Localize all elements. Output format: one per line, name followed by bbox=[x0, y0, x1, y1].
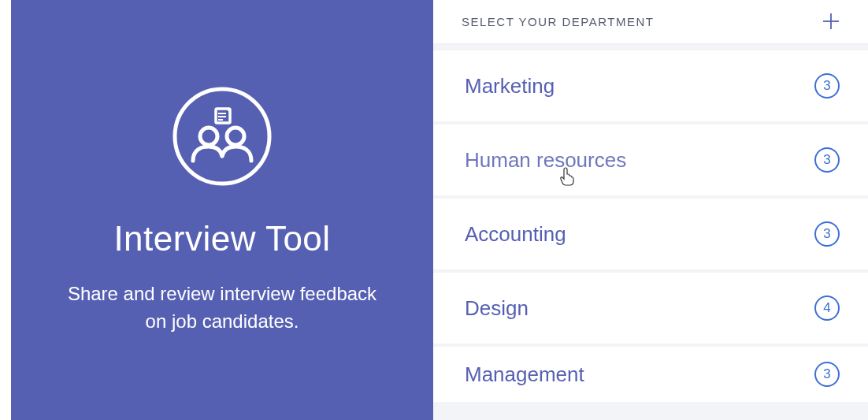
department-count-badge: 3 bbox=[814, 362, 840, 387]
department-list: Marketing 3 Human resources 3 Accounting… bbox=[433, 44, 868, 420]
department-name: Management bbox=[465, 362, 584, 387]
svg-point-5 bbox=[200, 128, 217, 145]
department-row-management[interactable]: Management 3 bbox=[433, 347, 868, 402]
department-count-badge: 3 bbox=[814, 73, 840, 98]
left-panel-inner: Interview Tool Share and review intervie… bbox=[11, 0, 433, 420]
app-subtitle: Share and review interview feedback on j… bbox=[57, 281, 388, 336]
department-name: Marketing bbox=[465, 74, 555, 98]
svg-point-0 bbox=[175, 89, 269, 184]
plus-icon bbox=[822, 13, 840, 30]
department-header: SELECT YOUR DEPARTMENT bbox=[433, 0, 868, 44]
department-name: Human resources bbox=[465, 148, 626, 173]
department-header-label: SELECT YOUR DEPARTMENT bbox=[462, 15, 654, 28]
department-row-design[interactable]: Design 4 bbox=[433, 273, 868, 344]
department-count-badge: 3 bbox=[814, 221, 840, 247]
svg-point-6 bbox=[227, 128, 244, 145]
interview-people-icon bbox=[171, 85, 273, 191]
department-name: Design bbox=[465, 296, 529, 321]
department-row-marketing[interactable]: Marketing 3 bbox=[433, 50, 868, 121]
add-department-button[interactable] bbox=[822, 10, 840, 34]
department-row-human-resources[interactable]: Human resources 3 bbox=[433, 125, 868, 195]
department-name: Accounting bbox=[465, 222, 566, 247]
app-title: Interview Tool bbox=[113, 219, 330, 258]
department-count-badge: 3 bbox=[814, 147, 840, 173]
right-panel: SELECT YOUR DEPARTMENT Marketing 3 Human… bbox=[433, 0, 868, 420]
left-panel: Interview Tool Share and review intervie… bbox=[0, 0, 433, 420]
department-count-badge: 4 bbox=[814, 295, 840, 321]
department-row-accounting[interactable]: Accounting 3 bbox=[433, 199, 868, 269]
